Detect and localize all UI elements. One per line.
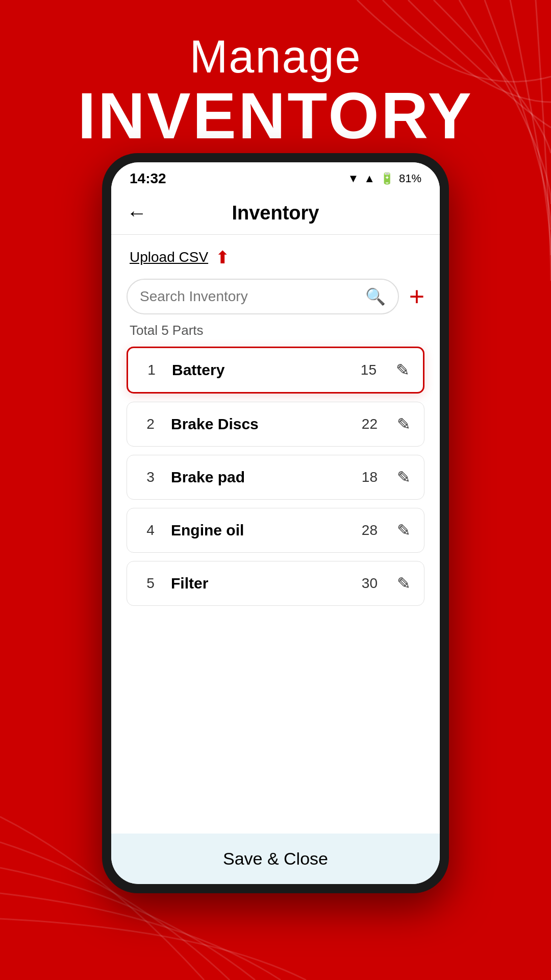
- inventory-list: 1 Battery 15 ✎ 2 Brake Discs 22 ✎ 3 Brak…: [127, 347, 424, 616]
- item-name: Battery: [172, 361, 350, 379]
- list-item[interactable]: 5 Filter 30 ✎: [127, 561, 424, 606]
- search-row: 🔍 +: [127, 276, 424, 323]
- search-input[interactable]: [140, 288, 365, 305]
- item-name: Filter: [171, 575, 352, 592]
- total-parts-label: Total 5 Parts: [127, 323, 424, 347]
- item-number: 4: [140, 522, 161, 538]
- manage-label: Manage: [0, 31, 551, 83]
- edit-icon[interactable]: ✎: [397, 574, 411, 593]
- list-item[interactable]: 3 Brake pad 18 ✎: [127, 455, 424, 500]
- list-item[interactable]: 1 Battery 15 ✎: [127, 347, 424, 394]
- status-icons: ▼ ▲ 🔋 81%: [347, 172, 421, 185]
- inventory-hero-label: INVENTORY: [0, 83, 551, 149]
- edit-icon[interactable]: ✎: [397, 414, 411, 434]
- edit-icon[interactable]: ✎: [396, 360, 410, 380]
- status-bar: 14:32 ▼ ▲ 🔋 81%: [111, 162, 440, 192]
- back-button[interactable]: ←: [127, 202, 147, 225]
- signal-icon: ▲: [364, 172, 375, 185]
- item-name: Brake pad: [171, 469, 352, 486]
- item-qty: 18: [362, 469, 378, 485]
- item-number: 3: [140, 469, 161, 485]
- add-button[interactable]: +: [409, 283, 424, 310]
- phone-screen: 14:32 ▼ ▲ 🔋 81% ← Inventory Upload CSV ⬆: [111, 162, 440, 884]
- list-item[interactable]: 4 Engine oil 28 ✎: [127, 508, 424, 553]
- search-icon: 🔍: [365, 287, 386, 306]
- item-name: Engine oil: [171, 522, 352, 539]
- item-number: 1: [141, 362, 162, 378]
- item-number: 2: [140, 416, 161, 432]
- save-close-bar: Save & Close: [111, 834, 440, 884]
- upload-icon[interactable]: ⬆: [215, 247, 230, 267]
- search-box: 🔍: [127, 279, 399, 314]
- item-number: 5: [140, 575, 161, 592]
- phone-frame: 14:32 ▼ ▲ 🔋 81% ← Inventory Upload CSV ⬆: [102, 153, 449, 893]
- list-item[interactable]: 2 Brake Discs 22 ✎: [127, 402, 424, 447]
- page-title: Inventory: [232, 202, 319, 224]
- app-header: ← Inventory: [111, 192, 440, 235]
- status-time: 14:32: [130, 170, 166, 187]
- battery-icon: 🔋: [380, 172, 394, 185]
- battery-level: 81%: [399, 172, 421, 185]
- upload-csv-row: Upload CSV ⬆: [127, 235, 424, 276]
- hero-header: Manage INVENTORY: [0, 31, 551, 149]
- item-qty: 30: [362, 575, 378, 592]
- edit-icon[interactable]: ✎: [397, 468, 411, 487]
- item-name: Brake Discs: [171, 415, 352, 433]
- content-area: Upload CSV ⬆ 🔍 + Total 5 Parts 1 Battery…: [111, 235, 440, 834]
- upload-csv-link[interactable]: Upload CSV: [130, 249, 208, 265]
- item-qty: 28: [362, 522, 378, 538]
- save-close-button[interactable]: Save & Close: [223, 849, 328, 869]
- item-qty: 22: [362, 416, 378, 432]
- wifi-icon: ▼: [347, 172, 359, 185]
- item-qty: 15: [361, 362, 377, 378]
- edit-icon[interactable]: ✎: [397, 521, 411, 540]
